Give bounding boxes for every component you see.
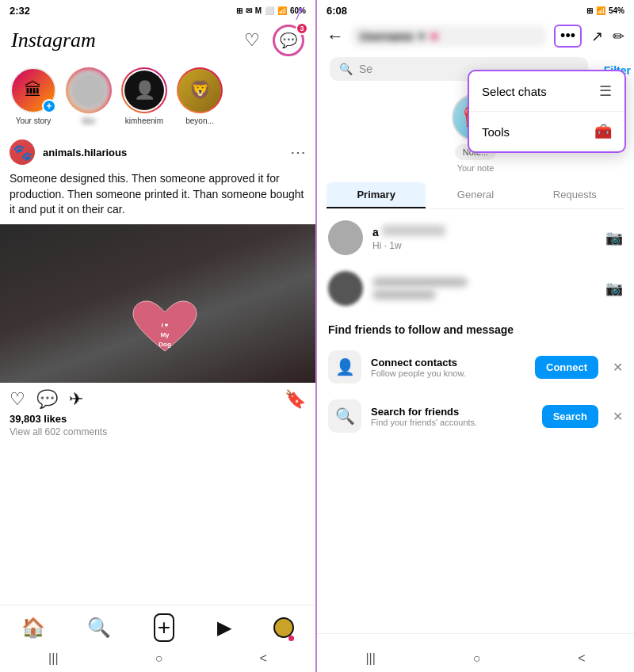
post-user[interactable]: 🐾 animals.hilarious [10,139,127,165]
back-button[interactable]: ← [327,26,344,47]
status-icons-right: ⊞ 📶 54% [586,6,624,15]
status-time-right: 6:08 [327,5,347,17]
chat-avatar-2 [328,271,363,306]
chat-info-2 [372,277,596,300]
dm-header-icons: ••• ↗ ✏ [554,25,624,48]
status-bar-right: 6:08 ⊞ 📶 54% [317,0,634,20]
connect-contacts-avatar: 👤 [328,350,361,384]
comment-icon[interactable]: 💬 [36,389,58,410]
share-icon[interactable]: ✈ [69,389,83,410]
system-bar-right: ||| ○ < [317,647,634,672]
post-header: 🐾 animals.hilarious ⋯ [0,133,315,171]
search-input-placeholder: Se [359,63,372,75]
sys-back-left: < [260,651,267,666]
blurred-name [372,277,468,287]
sys-home-right: ○ [473,651,481,666]
search-friends-button[interactable]: Search [542,405,598,428]
dm-header: ← Username ▾ ••• ↗ ✏ [317,20,634,54]
tab-general[interactable]: General [426,182,525,208]
story-your[interactable]: 🏛 + Your story [10,67,57,125]
ig-header-icons: ♡ 💬 3 ↑ [244,25,304,56]
trending-icon[interactable]: ↗ [591,28,603,45]
online-indicator [431,33,437,40]
post-caption: Someone designed this. Then someone appr… [0,171,315,224]
connect-contacts-info: Connect contacts Follow people you know. [371,357,525,378]
nav-bar-right [317,633,634,647]
search-friends-item: 🔍 Search for friends Find your friends' … [317,391,634,441]
story-blurred[interactable]: blur [65,67,113,125]
dropdown-select-chats[interactable]: Select chats ☰ [469,71,624,112]
story-kimheenim-label: kimheenim [125,116,163,125]
chat-name: a [372,225,596,239]
nav-home[interactable]: 🏠 [21,617,45,639]
ig-header: Instagram ♡ 💬 3 ↑ [0,20,315,63]
messenger-icon: 💬 [280,32,297,49]
nav-profile[interactable] [273,617,294,638]
svg-text:Dog: Dog [158,341,171,348]
story-beyonce[interactable]: 🦁 beyon... [176,67,223,125]
search-friends-avatar: 🔍 [328,399,361,433]
system-bar-left: ||| ○ < [0,647,315,672]
story-beyonce-label: beyon... [185,116,214,125]
svg-text:I ♥: I ♥ [161,322,168,329]
post-actions: ♡ 💬 ✈ 🔖 [0,383,315,413]
like-icon[interactable]: ♡ [10,389,25,410]
story-blurred-label: blur [82,116,96,125]
svg-text:My: My [160,331,170,338]
sys-back-right: < [578,651,585,666]
sys-menu-left: ||| [48,651,58,666]
dm-username: Username [360,30,414,43]
close-search-icon[interactable]: ✕ [613,409,623,424]
close-connect-icon[interactable]: ✕ [613,360,623,375]
chat-name-2 [372,277,596,287]
chat-item[interactable]: a Hi · 1w 📷 [317,212,634,263]
select-chats-icon: ☰ [599,82,612,100]
tools-icon: 🧰 [594,123,612,140]
dm-username-area[interactable]: Username ▾ [352,25,546,47]
chat-avatar [328,220,363,255]
story-kimheenim[interactable]: 👤 kimheenim [120,67,168,125]
camera-icon[interactable]: 📷 [605,229,623,246]
tab-requests[interactable]: Requests [525,182,624,208]
nav-bar-left: 🏠 🔍 + ▶ [0,605,315,647]
instagram-logo: Instagram [11,29,96,52]
connect-contacts-title: Connect contacts [371,357,525,368]
status-time-left: 2:32 [10,5,30,17]
chevron-down-icon: ▾ [418,29,425,44]
sys-menu-right: ||| [365,651,375,666]
sys-home-left: ○ [155,651,163,666]
left-panel: 2:32 ⊞ ✉ M ⬜ 📶 60% Instagram ♡ 💬 3 ↑ 🏛 [0,0,317,672]
camera-icon-2[interactable]: 📷 [605,280,623,297]
nav-reels[interactable]: ▶ [217,617,231,639]
chat-list: a Hi · 1w 📷 📷 Find friends to follow and [317,209,634,633]
tab-primary[interactable]: Primary [327,182,426,208]
messenger-button[interactable]: 💬 3 ↑ [273,25,304,56]
three-dots-icon: ••• [560,28,575,44]
add-story-icon[interactable]: + [42,99,56,113]
search-friends-title: Search for friends [371,406,533,418]
post-comments[interactable]: View all 602 comments [0,426,315,444]
dropdown-menu: Select chats ☰ Tools 🧰 [468,70,626,153]
connect-contacts-sub: Follow people you know. [371,368,525,378]
chat-item[interactable]: 📷 [317,263,634,314]
post-likes: 39,803 likes [0,413,315,426]
heart-icon[interactable]: ♡ [244,32,260,49]
search-friends-info: Search for friends Find your friends' ac… [371,406,533,427]
connect-contacts-item: 👤 Connect contacts Follow people you kno… [317,342,634,391]
chat-name-blurred [382,225,445,236]
edit-icon[interactable]: ✏ [613,28,624,45]
tools-label: Tools [482,125,510,139]
dropdown-tools[interactable]: Tools 🧰 [469,112,624,151]
post-username: animals.hilarious [43,147,127,158]
more-options-button[interactable]: ••• [554,25,582,48]
select-chats-label: Select chats [482,85,547,98]
post-more-icon[interactable]: ⋯ [290,143,306,162]
your-note-label: Your note [457,163,495,173]
status-bar-left: 2:32 ⊞ ✉ M ⬜ 📶 60% [0,0,315,20]
nav-search[interactable]: 🔍 [87,617,111,639]
nav-add[interactable]: + [154,613,174,642]
save-icon[interactable]: 🔖 [285,389,306,410]
connect-contacts-button[interactable]: Connect [535,356,598,379]
search-friends-sub: Find your friends' accounts. [371,418,533,427]
find-friends-title: Find friends to follow and message [317,314,634,342]
